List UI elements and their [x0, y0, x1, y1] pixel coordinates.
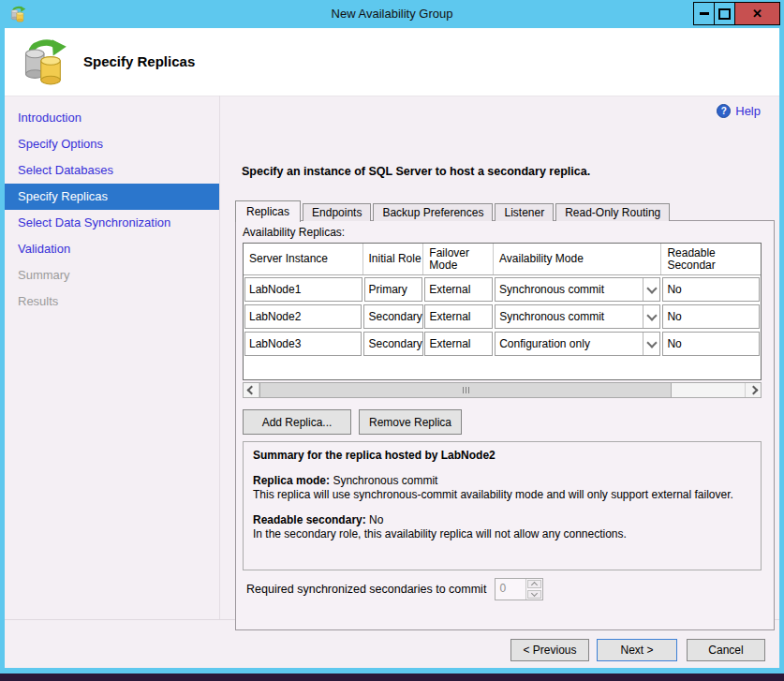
next-button[interactable]: Next > [597, 639, 677, 661]
summary-replica-mode: Replica mode: Synchronous commit This re… [253, 474, 751, 502]
quorum-stepper[interactable]: 0 [495, 578, 543, 600]
sidebar-item-select-data-synchronization[interactable]: Select Data Synchronization [5, 210, 219, 236]
help-icon: ? [717, 104, 731, 118]
cell-failover-mode: External [424, 332, 493, 356]
sidebar-item-specify-options[interactable]: Specify Options [5, 131, 219, 157]
cell-server-instance[interactable]: LabNode3 [244, 332, 362, 356]
desktop: New Availability Group ✕ [0, 0, 784, 681]
tab-replicas[interactable]: Replicas [235, 200, 301, 222]
quorum-value[interactable]: 0 [496, 579, 525, 600]
stepper-down-icon[interactable] [527, 590, 541, 599]
quorum-row: Required synchronized secondaries to com… [246, 578, 543, 600]
grid-horizontal-scrollbar[interactable] [243, 382, 762, 398]
sidebar-item-select-databases[interactable]: Select Databases [5, 157, 219, 184]
readable-secondary-value: No [369, 513, 383, 526]
tab-read-only-routing[interactable]: Read-Only Routing [555, 203, 670, 221]
cancel-button[interactable]: Cancel [687, 639, 765, 661]
cell-readable-secondary[interactable]: No [662, 332, 760, 356]
column-header-availability-mode[interactable]: Availability Mode [494, 244, 661, 274]
availability-mode-value: Synchronous commit [496, 283, 643, 296]
replica-mode-value: Synchronous commit [333, 474, 437, 487]
tab-strip: Replicas Endpoints Backup Preferences Li… [235, 200, 672, 221]
page-instruction: Specify an instance of SQL Server to hos… [242, 165, 590, 178]
tab-endpoints[interactable]: Endpoints [303, 203, 371, 221]
wizard-steps-sidebar: Introduction Specify Options Select Data… [5, 96, 220, 619]
titlebar[interactable]: New Availability Group ✕ [0, 0, 784, 28]
summary-title: Summary for the replica hosted by LabNod… [253, 449, 751, 463]
close-icon: ✕ [752, 7, 762, 20]
chevron-down-icon[interactable] [643, 278, 659, 301]
availability-mode-dropdown[interactable]: Configuration only [495, 332, 660, 356]
grid-header-row: Server Instance Initial Role Failover Mo… [244, 244, 761, 275]
tab-backup-preferences[interactable]: Backup Preferences [373, 203, 493, 221]
readable-secondary-label: Readable secondary: [253, 513, 366, 526]
sidebar-item-specify-replicas[interactable]: Specify Replicas [5, 184, 219, 210]
sidebar-item-summary: Summary [5, 262, 219, 289]
column-header-readable-secondary[interactable]: Readable Secondar [661, 244, 761, 274]
help-label: Help [735, 104, 761, 118]
previous-button[interactable]: < Previous [510, 639, 589, 661]
availability-mode-value: Configuration only [496, 337, 643, 350]
cell-failover-mode: External [424, 304, 493, 329]
chevron-down-icon[interactable] [643, 333, 659, 355]
sidebar-item-results: Results [5, 289, 219, 315]
add-replica-button[interactable]: Add Replica... [243, 409, 351, 435]
sidebar-item-validation[interactable]: Validation [5, 236, 219, 262]
availability-mode-dropdown[interactable]: Synchronous commit [495, 304, 660, 329]
cell-initial-role: Secondary [363, 304, 422, 329]
stepper-up-icon[interactable] [527, 580, 541, 588]
scroll-right-icon[interactable] [745, 383, 761, 397]
wizard-header: Specify Replicas [5, 28, 779, 96]
grid-row-labnode1[interactable]: LabNode1 Primary External Synchronous co… [244, 275, 761, 303]
scroll-left-icon[interactable] [244, 383, 259, 397]
maximize-icon [718, 8, 731, 20]
minimize-button[interactable] [693, 2, 715, 25]
tab-listener[interactable]: Listener [495, 203, 554, 221]
availability-replicas-label: Availability Replicas: [243, 226, 345, 239]
cell-initial-role: Primary [364, 277, 423, 302]
grid-row-labnode2[interactable]: LabNode2 Secondary External Synchronous … [244, 303, 761, 330]
cell-readable-secondary[interactable]: No [662, 277, 760, 302]
main-content: ? Help Specify an instance of SQL Server… [220, 96, 779, 619]
availability-replicas-grid[interactable]: Server Instance Initial Role Failover Mo… [243, 243, 762, 380]
replica-mode-description: This replica will use synchronous-commit… [253, 488, 751, 502]
stepper-buttons [525, 579, 542, 600]
column-header-server-instance[interactable]: Server Instance [244, 244, 363, 274]
scrollbar-thumb[interactable] [259, 382, 672, 398]
cell-initial-role: Secondary [363, 332, 422, 356]
column-header-initial-role[interactable]: Initial Role [363, 244, 424, 274]
page-title: Specify Replicas [83, 53, 195, 69]
chevron-down-icon[interactable] [643, 305, 659, 328]
minimize-icon [700, 12, 709, 15]
maximize-button[interactable] [714, 2, 735, 25]
replicas-tab-panel: Availability Replicas: Server Instance I… [235, 220, 775, 630]
wizard-steps-list: Introduction Specify Options Select Data… [5, 105, 219, 315]
cell-readable-secondary[interactable]: No [662, 304, 760, 329]
replica-mode-label: Replica mode: [253, 474, 330, 487]
cell-server-instance[interactable]: LabNode1 [244, 277, 362, 302]
cell-failover-mode: External [424, 277, 493, 302]
replicas-page-icon [20, 37, 68, 86]
column-header-failover-mode[interactable]: Failover Mode [423, 244, 494, 274]
readable-secondary-description: In the secondary role, this availability… [253, 527, 751, 541]
replica-summary-box: Summary for the replica hosted by LabNod… [243, 441, 762, 570]
availability-mode-dropdown[interactable]: Synchronous commit [495, 277, 660, 302]
summary-readable-secondary: Readable secondary: No In the secondary … [253, 513, 751, 541]
cell-server-instance[interactable]: LabNode2 [244, 304, 362, 329]
remove-replica-button[interactable]: Remove Replica [359, 409, 462, 435]
close-button[interactable]: ✕ [734, 2, 780, 25]
sidebar-item-introduction[interactable]: Introduction [5, 105, 219, 131]
help-link[interactable]: ? Help [717, 104, 761, 118]
quorum-label: Required synchronized secondaries to com… [246, 583, 486, 596]
availability-mode-value: Synchronous commit [496, 310, 643, 323]
window-title: New Availability Group [0, 7, 784, 21]
caption-buttons: ✕ [694, 2, 780, 25]
grid-row-labnode3[interactable]: LabNode3 Secondary External Configuratio… [244, 330, 761, 357]
new-availability-group-window: New Availability Group ✕ [0, 0, 784, 674]
window-body: Specify Replicas Introduction Specify Op… [5, 28, 779, 668]
